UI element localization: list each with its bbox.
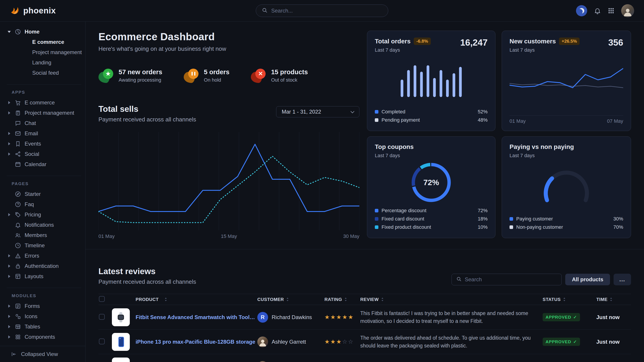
- change-badge: +26.5%: [559, 37, 580, 45]
- sort-icon: [610, 297, 612, 302]
- sidebar-item-errors[interactable]: Errors: [7, 251, 81, 261]
- total-orders-legend: Completed 52% Pending payment 48%: [375, 107, 488, 124]
- chevron-right-icon: [7, 315, 12, 318]
- column-header-product[interactable]: PRODUCT: [112, 297, 257, 302]
- apps-grid-icon: [608, 7, 614, 14]
- chevron-down-icon: [7, 31, 12, 33]
- puzzle-icon: [15, 334, 22, 340]
- chevron-right-icon: [7, 275, 12, 278]
- navbar-actions: [576, 4, 634, 17]
- sidebar-item-layouts[interactable]: Layouts: [7, 271, 81, 282]
- table-icon: [15, 324, 22, 330]
- chevron-right-icon: [7, 111, 12, 114]
- card-title: Top coupons: [375, 143, 414, 150]
- sidebar-item-ecommerce-app[interactable]: E commerce: [7, 97, 81, 108]
- row-checkbox[interactable]: [99, 339, 105, 344]
- sidebar-item-tables[interactable]: Tables: [7, 322, 81, 332]
- brand-name: phoenix: [23, 6, 56, 15]
- sidebar-item-forms[interactable]: Forms: [7, 301, 81, 311]
- sidebar-item-timeline[interactable]: Timeline: [7, 240, 81, 251]
- navbar-search-input[interactable]: [271, 7, 382, 14]
- clock-icon: [15, 242, 22, 249]
- rating-stars: ★★★★★: [324, 314, 360, 321]
- legend-swatch: [510, 217, 513, 221]
- review-time: Just now: [596, 339, 631, 345]
- brand[interactable]: phoenix: [10, 5, 56, 16]
- latest-reviews-title: Latest reviews: [98, 267, 196, 276]
- collapse-sidebar-icon: [11, 351, 18, 357]
- customer-name: Ashley Garrett: [272, 339, 306, 345]
- chevron-right-icon: [7, 335, 12, 339]
- card-title: Paying vs non paying: [510, 143, 574, 150]
- product-link[interactable]: iPhone 13 pro max-Pacific Blue-128GB sto…: [136, 339, 255, 345]
- collapsed-view-toggle[interactable]: Collapsed View: [0, 346, 85, 362]
- review-time: Just now: [596, 314, 631, 321]
- bookmark-icon: [15, 141, 22, 147]
- reviews-search: [452, 274, 562, 285]
- sidebar-item-email[interactable]: Email: [7, 128, 81, 139]
- user-avatar[interactable]: [621, 4, 634, 17]
- moon-icon: [579, 8, 584, 13]
- card-title: Total orders: [375, 38, 410, 45]
- chevron-right-icon: [7, 254, 12, 257]
- chevron-right-icon: [7, 142, 12, 145]
- tag-icon: [15, 212, 22, 218]
- theme-toggle-button[interactable]: [576, 5, 587, 16]
- notifications-button[interactable]: [594, 7, 601, 14]
- sidebar-section-pages: PAGES Starter Faq Pricing: [7, 176, 81, 282]
- sidebar-item-chat[interactable]: Chat: [7, 118, 81, 128]
- reviews-search-input[interactable]: [465, 276, 557, 283]
- sidebar-item-calendar[interactable]: Calendar: [7, 159, 81, 169]
- paying-legend: Paying customer 30% Non-paying customer …: [510, 215, 623, 231]
- column-header-review[interactable]: REVIEW: [360, 297, 543, 302]
- legend-swatch: [375, 225, 378, 229]
- apps-grid-button[interactable]: [608, 7, 614, 14]
- reviews-table: PRODUCT CUSTOMER RATING REVIEW STATUS: [98, 294, 631, 362]
- select-all-checkbox[interactable]: [99, 296, 105, 302]
- date-range-select[interactable]: Mar 1 - 31, 2022: [276, 106, 359, 117]
- sidebar-item-project-management[interactable]: Project management: [7, 47, 81, 57]
- column-header-status[interactable]: STATUS: [543, 297, 596, 302]
- sidebar-item-social[interactable]: Social: [7, 149, 81, 159]
- sidebar-item-home[interactable]: Home: [7, 27, 81, 37]
- sidebar-item-landing[interactable]: Landing: [7, 57, 81, 68]
- top-coupons-card: Top coupons Last 7 days 72%: [367, 136, 496, 238]
- all-products-button[interactable]: All products: [565, 274, 610, 285]
- new-customers-card: New customers +26.5% Last 7 days 356 01 …: [502, 31, 631, 131]
- sidebar-item-authentication[interactable]: Authentication: [7, 261, 81, 271]
- top-navbar: phoenix: [0, 0, 644, 22]
- customer-avatar: [257, 337, 268, 347]
- total-orders-bar-chart: [394, 63, 468, 97]
- lock-icon: [15, 263, 22, 269]
- column-header-time[interactable]: TIME: [596, 297, 631, 302]
- sidebar-item-social-feed[interactable]: Social feed: [7, 68, 81, 78]
- sort-icon: [344, 297, 347, 302]
- review-row: [98, 354, 631, 362]
- sidebar-item-members[interactable]: Members: [7, 230, 81, 240]
- sidebar-item-components[interactable]: Components: [7, 332, 81, 342]
- chevron-right-icon: [7, 132, 12, 135]
- row-checkbox[interactable]: [99, 314, 105, 320]
- compass-icon: [15, 191, 22, 197]
- page-title: Ecommerce Dashboard: [98, 31, 359, 43]
- reviews-table-header: PRODUCT CUSTOMER RATING REVIEW STATUS: [98, 294, 631, 305]
- total-sells-x-axis: 01 May 15 May 30 May: [98, 233, 359, 239]
- sidebar-item-notifications[interactable]: Notifications: [7, 220, 81, 230]
- sidebar-item-pricing[interactable]: Pricing: [7, 210, 81, 220]
- navbar-search: [256, 4, 388, 17]
- new-customers-value: 356: [608, 37, 623, 48]
- sidebar-section-apps: APPS E commerce Project management Chat: [7, 84, 81, 169]
- sidebar-item-starter[interactable]: Starter: [7, 189, 81, 199]
- column-header-rating[interactable]: RATING: [324, 297, 360, 302]
- sidebar-item-project-management-app[interactable]: Project management: [7, 108, 81, 118]
- sidebar-item-faq[interactable]: Faq: [7, 199, 81, 210]
- top-coupons-donut-chart: 72%: [410, 161, 452, 204]
- column-header-customer[interactable]: CUSTOMER: [257, 297, 324, 302]
- sidebar-item-ecommerce[interactable]: E commerce: [7, 37, 81, 47]
- more-actions-button[interactable]: ...: [614, 274, 631, 285]
- product-link[interactable]: Fitbit Sense Advanced Smartwatch with To…: [136, 314, 257, 321]
- section-label: PAGES: [7, 181, 81, 186]
- sidebar-item-icons[interactable]: Icons: [7, 311, 81, 322]
- top-coupons-legend: Percentage discount 72% Fixed card disco…: [375, 206, 488, 231]
- sidebar-item-events[interactable]: Events: [7, 139, 81, 149]
